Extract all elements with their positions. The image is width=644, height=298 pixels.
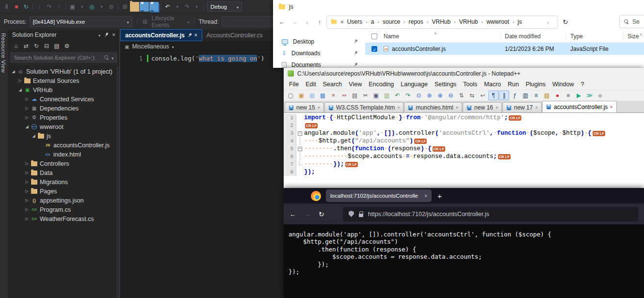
fold-margin[interactable] xyxy=(296,145,303,153)
column-header-name[interactable]: Name xyxy=(380,32,501,40)
expander-icon[interactable]: ▷ xyxy=(24,161,30,166)
tree-item[interactable]: ▷External Sources xyxy=(8,76,116,85)
close-all-icon[interactable] xyxy=(339,91,349,100)
tree-item[interactable]: ◢Solution 'VRHub' (1 of 1 project) xyxy=(8,67,116,76)
save-icon[interactable] xyxy=(140,2,149,12)
chevron-down-icon[interactable] xyxy=(97,2,106,12)
menu-item-run[interactable]: Run xyxy=(504,81,522,88)
expander-icon[interactable]: ◢ xyxy=(10,69,16,74)
search-box[interactable]: Se xyxy=(619,15,644,28)
tree-item[interactable]: ▷Pages xyxy=(8,187,116,196)
step-into-icon[interactable] xyxy=(35,2,44,12)
record-macro-icon[interactable] xyxy=(552,91,563,100)
expander-icon[interactable]: ▷ xyxy=(17,78,23,83)
breadcrumb-item[interactable]: Users xyxy=(347,18,362,25)
home-icon[interactable] xyxy=(12,41,20,51)
sidebar-item-desktop[interactable]: Desktop xyxy=(273,36,365,47)
close-icon[interactable] xyxy=(112,31,115,38)
document-tab[interactable]: accountsController.js xyxy=(542,101,617,112)
menu-item-file[interactable]: File xyxy=(286,81,302,88)
expander-icon[interactable]: ▷ xyxy=(24,217,30,221)
word-wrap-icon[interactable] xyxy=(478,91,488,100)
tree-item[interactable]: index.html xyxy=(8,150,116,159)
expander-icon[interactable]: ◢ xyxy=(17,88,23,92)
select-all-checkbox[interactable] xyxy=(365,32,380,40)
fold-collapse-icon[interactable] xyxy=(298,131,302,136)
column-header-type[interactable]: Type xyxy=(566,32,624,40)
vertical-sync-icon[interactable] xyxy=(456,91,467,100)
close-icon[interactable] xyxy=(318,105,320,110)
document-tab[interactable]: new 16 xyxy=(463,102,502,112)
stop-debug-icon[interactable] xyxy=(12,2,21,12)
replace-icon[interactable] xyxy=(424,91,435,100)
tracking-protection-shield-icon[interactable] xyxy=(349,211,354,217)
find-icon[interactable] xyxy=(414,91,424,100)
close-icon[interactable] xyxy=(397,105,400,110)
expander-icon[interactable]: ▷ xyxy=(24,180,30,184)
close-icon[interactable] xyxy=(496,105,498,110)
tree-item[interactable]: accountsController.js xyxy=(8,141,116,150)
run-macro-multiple-icon[interactable] xyxy=(584,91,595,100)
zoom-out-icon[interactable] xyxy=(446,91,456,100)
breadcrumb-item[interactable]: source xyxy=(383,18,400,25)
save-macro-icon[interactable] xyxy=(595,91,605,100)
disable-breakpoints-icon[interactable] xyxy=(107,2,116,12)
menu-item-settings[interactable]: Settings xyxy=(431,81,460,88)
paste-icon[interactable] xyxy=(382,91,392,100)
zoom-in-icon[interactable] xyxy=(435,91,445,100)
tree-item[interactable]: ◢wwwroot xyxy=(8,122,116,131)
refresh-icon[interactable] xyxy=(32,41,40,51)
pin-icon[interactable] xyxy=(103,32,110,38)
function-list-icon[interactable] xyxy=(510,91,520,100)
close-icon[interactable] xyxy=(610,105,612,110)
breadcrumb-item[interactable]: VRHub xyxy=(432,18,451,25)
undo-icon[interactable] xyxy=(163,2,172,12)
tree-item[interactable]: ▷Controllers xyxy=(8,159,116,168)
horizontal-sync-icon[interactable] xyxy=(467,91,477,100)
reload-button[interactable] xyxy=(319,210,324,218)
expander-icon[interactable]: ▷ xyxy=(24,189,30,193)
breadcrumb-item[interactable]: js xyxy=(518,18,522,25)
chevron-down-icon[interactable] xyxy=(173,2,182,12)
recent-locations-button[interactable] xyxy=(301,18,313,26)
play-macro-icon[interactable] xyxy=(574,91,584,100)
expander-icon[interactable]: ▷ xyxy=(24,207,30,212)
expander-icon[interactable]: ▷ xyxy=(24,171,30,175)
redo-icon[interactable] xyxy=(403,91,413,100)
address-dropdown-icon[interactable] xyxy=(542,18,554,26)
expander-icon[interactable]: ◢ xyxy=(31,134,37,138)
tree-item[interactable]: ▷Program.cs xyxy=(8,205,116,214)
sidebar-item-documents[interactable]: Documents xyxy=(273,59,365,68)
sidebar-item-downloads[interactable]: Downloads xyxy=(273,47,365,59)
document-tab[interactable]: new 17 xyxy=(502,102,542,112)
new-file-icon[interactable] xyxy=(286,91,296,100)
close-icon[interactable] xyxy=(535,105,538,110)
tree-item[interactable]: ◢js xyxy=(8,131,116,141)
browser-tab[interactable]: localhost:7102/js/accountsControlle xyxy=(326,189,432,202)
breadcrumb-item[interactable]: wwwroot xyxy=(486,18,509,25)
table-row[interactable]: accountsController.js1/21/2023 6:26 PMJa… xyxy=(365,43,644,55)
new-window-icon[interactable] xyxy=(120,2,129,12)
show-all-characters-icon[interactable] xyxy=(488,91,499,100)
forward-button[interactable] xyxy=(304,210,311,218)
editor-tab[interactable]: AccountsController.cs xyxy=(202,29,267,41)
diagnostics-icon[interactable] xyxy=(87,2,97,12)
document-list-icon[interactable] xyxy=(531,91,541,100)
menu-item-search[interactable]: Search xyxy=(320,81,346,88)
fold-margin[interactable] xyxy=(296,129,303,137)
notepadpp-titlebar[interactable]: C:\Users\a\source\repos\VRHub\VRHub\wwwr… xyxy=(284,68,644,79)
cut-icon[interactable] xyxy=(360,91,370,100)
step-over-icon[interactable] xyxy=(45,2,54,12)
padlock-icon[interactable] xyxy=(359,214,363,217)
menu-item-edit[interactable]: Edit xyxy=(302,81,320,88)
resource-view-tab[interactable]: Resource View xyxy=(0,29,8,298)
menu-item-plugins[interactable]: Plugins xyxy=(522,81,549,88)
url-bar[interactable]: https://localhost:7102/js/accountsContro… xyxy=(343,207,638,221)
expander-icon[interactable]: ▷ xyxy=(24,106,30,110)
chevron-down-icon[interactable] xyxy=(98,31,100,38)
undo-icon[interactable] xyxy=(392,91,402,100)
breadcrumb-item[interactable]: a xyxy=(371,18,374,25)
expander-icon[interactable]: ▷ xyxy=(24,115,30,120)
up-button[interactable] xyxy=(314,18,325,26)
document-tab[interactable]: W3.CSS Template.htm xyxy=(324,102,403,112)
